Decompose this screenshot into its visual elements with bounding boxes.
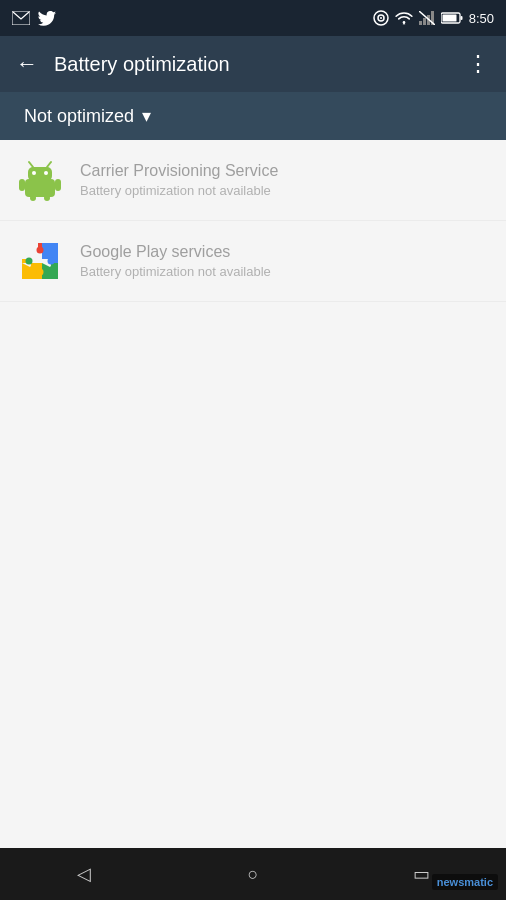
list-item[interactable]: Google Play services Battery optimizatio…: [0, 221, 506, 302]
app-list: Carrier Provisioning Service Battery opt…: [0, 140, 506, 848]
target-icon: [373, 10, 389, 26]
carrier-app-info: Carrier Provisioning Service Battery opt…: [80, 162, 490, 198]
filter-label: Not optimized: [24, 106, 134, 127]
android-robot-icon: [17, 157, 63, 203]
nav-home-button[interactable]: ○: [228, 849, 278, 899]
svg-point-15: [32, 171, 36, 175]
google-play-services-icon: [17, 238, 63, 284]
gplay-app-icon: [16, 237, 64, 285]
gmail-icon: [12, 11, 30, 25]
status-bar: 8:50: [0, 0, 506, 36]
app-bar: ← Battery optimization ⋮: [0, 36, 506, 92]
svg-rect-11: [460, 16, 462, 20]
svg-rect-5: [419, 21, 422, 25]
svg-point-23: [37, 247, 44, 254]
carrier-app-name: Carrier Provisioning Service: [80, 162, 490, 180]
twitter-icon: [38, 11, 56, 26]
svg-rect-12: [442, 15, 456, 22]
svg-rect-6: [423, 18, 426, 25]
signal-icon: [419, 11, 435, 25]
status-bar-left: [12, 11, 56, 26]
nav-back-button[interactable]: ◁: [59, 849, 109, 899]
back-button[interactable]: ←: [16, 53, 38, 75]
gplay-app-info: Google Play services Battery optimizatio…: [80, 243, 490, 279]
svg-point-24: [48, 258, 55, 265]
svg-point-4: [402, 21, 405, 24]
app-bar-title: Battery optimization: [54, 53, 467, 76]
svg-rect-14: [28, 167, 52, 181]
carrier-app-icon: [16, 156, 64, 204]
navigation-bar: ◁ ○ ▭: [0, 848, 506, 900]
svg-point-3: [380, 17, 382, 19]
svg-rect-19: [19, 179, 25, 191]
gplay-app-subtitle: Battery optimization not available: [80, 264, 490, 279]
svg-point-26: [26, 258, 33, 265]
svg-rect-20: [55, 179, 61, 191]
battery-icon: [441, 12, 463, 24]
status-time: 8:50: [469, 11, 494, 26]
svg-point-16: [44, 171, 48, 175]
carrier-app-subtitle: Battery optimization not available: [80, 183, 490, 198]
svg-line-18: [47, 162, 51, 167]
svg-rect-21: [30, 195, 36, 201]
svg-rect-22: [44, 195, 50, 201]
svg-point-25: [37, 269, 44, 276]
gplay-app-name: Google Play services: [80, 243, 490, 261]
status-bar-right: 8:50: [373, 10, 494, 26]
dropdown-arrow-icon: ▾: [142, 105, 151, 127]
svg-rect-13: [25, 179, 55, 197]
more-options-button[interactable]: ⋮: [467, 51, 490, 77]
svg-line-17: [29, 162, 33, 167]
watermark: newsmatic: [432, 874, 498, 890]
wifi-icon: [395, 11, 413, 25]
list-item[interactable]: Carrier Provisioning Service Battery opt…: [0, 140, 506, 221]
filter-bar[interactable]: Not optimized ▾: [0, 92, 506, 140]
